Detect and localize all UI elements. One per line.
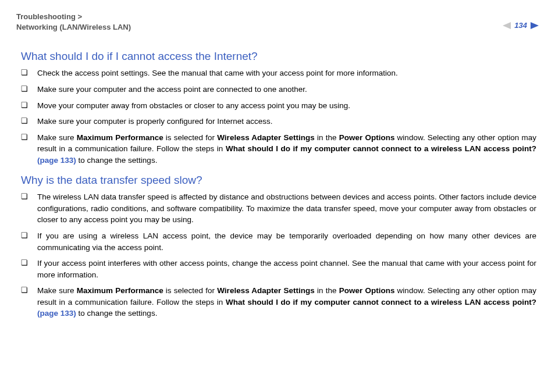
page-link[interactable]: (page 133) <box>37 156 76 165</box>
breadcrumb: Troubleshooting > Networking (LAN/Wirele… <box>16 12 131 33</box>
list-item: Check the access point settings. See the… <box>21 67 536 79</box>
page-header: Troubleshooting > Networking (LAN/Wirele… <box>16 12 539 33</box>
list-item: The wireless LAN data transfer speed is … <box>21 191 536 226</box>
list-item: Make sure Maximum Performance is selecte… <box>21 132 536 166</box>
breadcrumb-line1: Troubleshooting > <box>16 12 82 21</box>
list-item: Make sure your computer is properly conf… <box>21 116 536 127</box>
page-number-nav: 134 <box>503 21 539 30</box>
list-item: If you are using a wireless LAN access p… <box>21 230 536 253</box>
list-item: If your access point interferes with oth… <box>21 258 536 280</box>
section-title-internet: What should I do if I cannot access the … <box>21 50 536 63</box>
list-item: Make sure your computer and the access p… <box>21 84 536 95</box>
page-link[interactable]: (page 133) <box>37 309 76 318</box>
prev-page-icon[interactable] <box>503 22 511 29</box>
main-content: What should I do if I cannot access the … <box>16 50 539 319</box>
section-title-speed: Why is the data transfer speed slow? <box>21 174 536 187</box>
page: Troubleshooting > Networking (LAN/Wirele… <box>0 0 555 392</box>
list-item: Move your computer away from obstacles o… <box>21 100 536 112</box>
breadcrumb-line2: Networking (LAN/Wireless LAN) <box>16 23 131 31</box>
checklist-speed: The wireless LAN data transfer speed is … <box>21 191 536 319</box>
checklist-internet: Check the access point settings. See the… <box>21 67 536 166</box>
list-item: Make sure Maximum Performance is selecte… <box>21 285 536 319</box>
next-page-icon[interactable] <box>531 22 539 29</box>
page-number: 134 <box>514 21 527 30</box>
